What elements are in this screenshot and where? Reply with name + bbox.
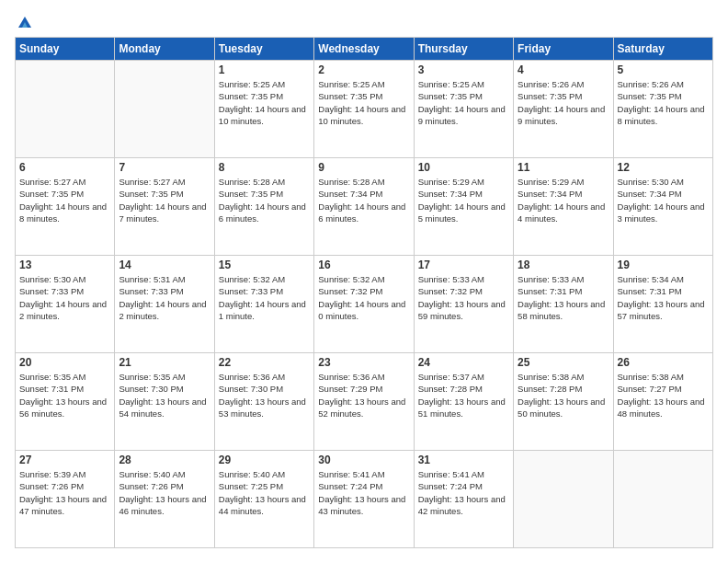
calendar-cell bbox=[115, 61, 214, 158]
calendar-week-row: 27Sunrise: 5:39 AM Sunset: 7:26 PM Dayli… bbox=[16, 451, 713, 548]
day-info: Sunrise: 5:33 AM Sunset: 7:32 PM Dayligh… bbox=[418, 273, 509, 322]
day-number: 6 bbox=[19, 161, 110, 174]
calendar-cell: 4Sunrise: 5:26 AM Sunset: 7:35 PM Daylig… bbox=[514, 61, 613, 158]
day-info: Sunrise: 5:32 AM Sunset: 7:32 PM Dayligh… bbox=[318, 273, 409, 322]
day-info: Sunrise: 5:37 AM Sunset: 7:28 PM Dayligh… bbox=[418, 371, 509, 419]
calendar-cell: 31Sunrise: 5:41 AM Sunset: 7:24 PM Dayli… bbox=[414, 451, 513, 548]
calendar-cell bbox=[16, 61, 115, 158]
calendar-cell: 22Sunrise: 5:36 AM Sunset: 7:30 PM Dayli… bbox=[214, 353, 313, 451]
calendar-cell: 5Sunrise: 5:26 AM Sunset: 7:35 PM Daylig… bbox=[613, 61, 712, 158]
day-info: Sunrise: 5:30 AM Sunset: 7:34 PM Dayligh… bbox=[618, 176, 709, 224]
calendar-cell: 3Sunrise: 5:25 AM Sunset: 7:35 PM Daylig… bbox=[414, 61, 513, 158]
day-number: 24 bbox=[418, 356, 509, 369]
calendar-cell: 8Sunrise: 5:28 AM Sunset: 7:35 PM Daylig… bbox=[214, 158, 313, 256]
day-number: 18 bbox=[518, 259, 609, 271]
calendar-cell: 17Sunrise: 5:33 AM Sunset: 7:32 PM Dayli… bbox=[414, 256, 513, 353]
calendar-cell: 24Sunrise: 5:37 AM Sunset: 7:28 PM Dayli… bbox=[414, 353, 513, 451]
calendar-cell: 1Sunrise: 5:25 AM Sunset: 7:35 PM Daylig… bbox=[214, 61, 313, 158]
day-info: Sunrise: 5:30 AM Sunset: 7:33 PM Dayligh… bbox=[19, 273, 110, 322]
day-info: Sunrise: 5:29 AM Sunset: 7:34 PM Dayligh… bbox=[418, 176, 509, 224]
day-number: 30 bbox=[318, 454, 409, 466]
calendar-cell: 26Sunrise: 5:38 AM Sunset: 7:27 PM Dayli… bbox=[613, 353, 712, 451]
day-info: Sunrise: 5:41 AM Sunset: 7:24 PM Dayligh… bbox=[318, 468, 409, 517]
logo-icon bbox=[17, 15, 33, 31]
day-number: 2 bbox=[318, 63, 409, 76]
day-info: Sunrise: 5:41 AM Sunset: 7:24 PM Dayligh… bbox=[418, 468, 509, 517]
day-info: Sunrise: 5:35 AM Sunset: 7:31 PM Dayligh… bbox=[19, 371, 110, 419]
day-number: 10 bbox=[418, 161, 509, 174]
day-info: Sunrise: 5:38 AM Sunset: 7:27 PM Dayligh… bbox=[618, 371, 709, 419]
day-number: 29 bbox=[219, 454, 310, 466]
page: SundayMondayTuesdayWednesdayThursdayFrid… bbox=[0, 0, 728, 563]
calendar-header-thursday: Thursday bbox=[414, 38, 513, 61]
calendar-cell: 19Sunrise: 5:34 AM Sunset: 7:31 PM Dayli… bbox=[613, 256, 712, 353]
day-info: Sunrise: 5:28 AM Sunset: 7:34 PM Dayligh… bbox=[318, 176, 409, 224]
calendar-cell: 6Sunrise: 5:27 AM Sunset: 7:35 PM Daylig… bbox=[16, 158, 115, 256]
calendar-cell: 25Sunrise: 5:38 AM Sunset: 7:28 PM Dayli… bbox=[514, 353, 613, 451]
calendar-cell bbox=[613, 451, 712, 548]
day-number: 11 bbox=[518, 161, 609, 174]
day-info: Sunrise: 5:40 AM Sunset: 7:25 PM Dayligh… bbox=[219, 468, 310, 517]
calendar-cell: 21Sunrise: 5:35 AM Sunset: 7:30 PM Dayli… bbox=[115, 353, 214, 451]
calendar-header-saturday: Saturday bbox=[613, 38, 712, 61]
calendar-header-wednesday: Wednesday bbox=[314, 38, 414, 61]
day-info: Sunrise: 5:34 AM Sunset: 7:31 PM Dayligh… bbox=[618, 273, 709, 322]
day-info: Sunrise: 5:39 AM Sunset: 7:26 PM Dayligh… bbox=[19, 468, 110, 517]
calendar-cell: 27Sunrise: 5:39 AM Sunset: 7:26 PM Dayli… bbox=[16, 451, 115, 548]
calendar-cell: 9Sunrise: 5:28 AM Sunset: 7:34 PM Daylig… bbox=[314, 158, 414, 256]
calendar-cell: 13Sunrise: 5:30 AM Sunset: 7:33 PM Dayli… bbox=[16, 256, 115, 353]
calendar-cell: 20Sunrise: 5:35 AM Sunset: 7:31 PM Dayli… bbox=[16, 353, 115, 451]
day-number: 14 bbox=[119, 259, 210, 271]
day-number: 16 bbox=[318, 259, 409, 271]
day-number: 8 bbox=[219, 161, 310, 174]
calendar-cell: 29Sunrise: 5:40 AM Sunset: 7:25 PM Dayli… bbox=[214, 451, 313, 548]
calendar-cell: 10Sunrise: 5:29 AM Sunset: 7:34 PM Dayli… bbox=[414, 158, 513, 256]
calendar-week-row: 6Sunrise: 5:27 AM Sunset: 7:35 PM Daylig… bbox=[16, 158, 713, 256]
calendar-header-row: SundayMondayTuesdayWednesdayThursdayFrid… bbox=[16, 38, 713, 61]
day-info: Sunrise: 5:25 AM Sunset: 7:35 PM Dayligh… bbox=[219, 78, 310, 127]
day-info: Sunrise: 5:36 AM Sunset: 7:29 PM Dayligh… bbox=[318, 371, 409, 419]
day-number: 23 bbox=[318, 356, 409, 369]
day-number: 3 bbox=[418, 63, 509, 76]
day-number: 28 bbox=[119, 454, 210, 466]
calendar-cell: 11Sunrise: 5:29 AM Sunset: 7:34 PM Dayli… bbox=[514, 158, 613, 256]
day-info: Sunrise: 5:31 AM Sunset: 7:33 PM Dayligh… bbox=[119, 273, 210, 322]
day-number: 20 bbox=[19, 356, 110, 369]
day-number: 27 bbox=[19, 454, 110, 466]
calendar-week-row: 13Sunrise: 5:30 AM Sunset: 7:33 PM Dayli… bbox=[16, 256, 713, 353]
calendar-header-sunday: Sunday bbox=[16, 38, 115, 61]
day-info: Sunrise: 5:28 AM Sunset: 7:35 PM Dayligh… bbox=[219, 176, 310, 224]
day-number: 4 bbox=[518, 63, 609, 76]
day-number: 7 bbox=[119, 161, 210, 174]
day-number: 5 bbox=[618, 63, 709, 76]
day-number: 19 bbox=[618, 259, 709, 271]
calendar-header-monday: Monday bbox=[115, 38, 214, 61]
day-info: Sunrise: 5:26 AM Sunset: 7:35 PM Dayligh… bbox=[518, 78, 609, 127]
calendar-week-row: 20Sunrise: 5:35 AM Sunset: 7:31 PM Dayli… bbox=[16, 353, 713, 451]
calendar-cell bbox=[514, 451, 613, 548]
calendar-cell: 2Sunrise: 5:25 AM Sunset: 7:35 PM Daylig… bbox=[314, 61, 414, 158]
calendar-cell: 14Sunrise: 5:31 AM Sunset: 7:33 PM Dayli… bbox=[115, 256, 214, 353]
day-info: Sunrise: 5:26 AM Sunset: 7:35 PM Dayligh… bbox=[618, 78, 709, 127]
calendar-week-row: 1Sunrise: 5:25 AM Sunset: 7:35 PM Daylig… bbox=[16, 61, 713, 158]
calendar-cell: 7Sunrise: 5:27 AM Sunset: 7:35 PM Daylig… bbox=[115, 158, 214, 256]
day-info: Sunrise: 5:38 AM Sunset: 7:28 PM Dayligh… bbox=[518, 371, 609, 419]
calendar-cell: 18Sunrise: 5:33 AM Sunset: 7:31 PM Dayli… bbox=[514, 256, 613, 353]
day-number: 12 bbox=[618, 161, 709, 174]
day-number: 17 bbox=[418, 259, 509, 271]
day-info: Sunrise: 5:36 AM Sunset: 7:30 PM Dayligh… bbox=[219, 371, 310, 419]
day-number: 26 bbox=[618, 356, 709, 369]
calendar-cell: 15Sunrise: 5:32 AM Sunset: 7:33 PM Dayli… bbox=[214, 256, 313, 353]
calendar-cell: 28Sunrise: 5:40 AM Sunset: 7:26 PM Dayli… bbox=[115, 451, 214, 548]
day-info: Sunrise: 5:27 AM Sunset: 7:35 PM Dayligh… bbox=[19, 176, 110, 224]
day-number: 1 bbox=[219, 63, 310, 76]
day-number: 25 bbox=[518, 356, 609, 369]
day-info: Sunrise: 5:25 AM Sunset: 7:35 PM Dayligh… bbox=[318, 78, 409, 127]
logo bbox=[15, 15, 33, 28]
day-number: 13 bbox=[19, 259, 110, 271]
day-info: Sunrise: 5:32 AM Sunset: 7:33 PM Dayligh… bbox=[219, 273, 310, 322]
calendar-cell: 30Sunrise: 5:41 AM Sunset: 7:24 PM Dayli… bbox=[314, 451, 414, 548]
day-number: 21 bbox=[119, 356, 210, 369]
day-number: 15 bbox=[219, 259, 310, 271]
day-info: Sunrise: 5:40 AM Sunset: 7:26 PM Dayligh… bbox=[119, 468, 210, 517]
